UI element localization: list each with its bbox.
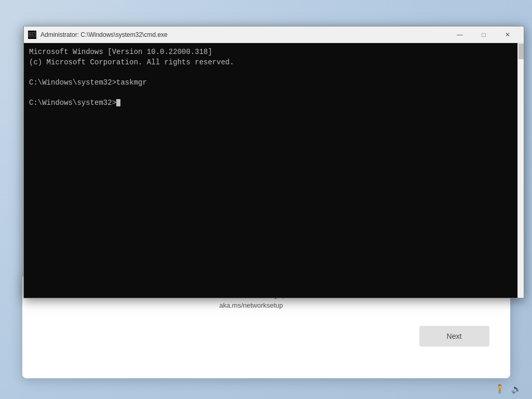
cmd-terminal-output: Microsoft Windows [Version 10.0.22000.31… (29, 47, 519, 108)
cmd-window-controls: — □ ✕ (448, 26, 520, 43)
maximize-button[interactable]: □ (472, 26, 496, 43)
close-button[interactable]: ✕ (496, 26, 520, 43)
cmd-scrollbar-thumb (519, 44, 524, 59)
cmd-cursor (116, 99, 120, 106)
cmd-window: Administrator: C:\Windows\system32\cmd.e… (23, 26, 524, 298)
cmd-titlebar: Administrator: C:\Windows\system32\cmd.e… (24, 26, 524, 43)
volume-icon[interactable]: 🔊 (511, 384, 522, 394)
cmd-app-icon (28, 31, 36, 39)
cmd-scrollbar[interactable] (517, 43, 524, 298)
minimize-button[interactable]: — (448, 26, 472, 43)
cmd-title: Administrator: C:\Windows\system32\cmd.e… (40, 31, 448, 38)
cmd-terminal-body[interactable]: Microsoft Windows [Version 10.0.22000.31… (24, 43, 524, 298)
person-icon[interactable]: 🧍 (495, 384, 505, 394)
next-button[interactable]: Next (419, 326, 489, 347)
desktop: For troubleshooting tips, use another de… (0, 0, 532, 399)
taskbar-icons: 🧍 🔊 (495, 384, 522, 394)
